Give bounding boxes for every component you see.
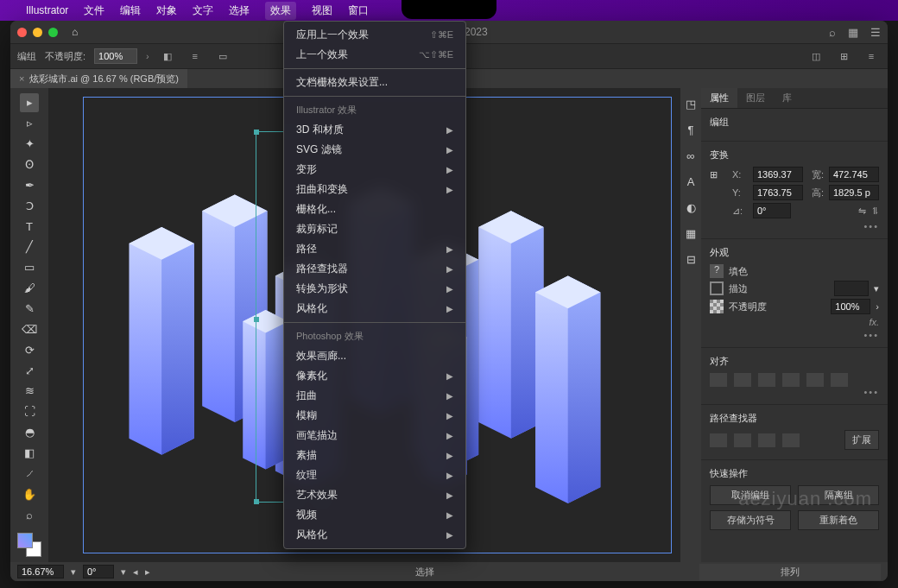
menu-last-effect[interactable]: 上一个效果⌥⇧⌘E [284,45,465,65]
paragraph-dock-icon[interactable]: ¶ [680,119,701,140]
links-dock-icon[interactable]: ∞ [680,145,701,166]
artboard-nav-next-icon[interactable]: ▸ [145,566,150,578]
lasso-tool[interactable]: ʘ [20,155,39,174]
menu-type[interactable]: 文字 [193,3,213,18]
recolor-button[interactable]: 重新着色 [798,510,879,530]
chevron-right-icon[interactable]: › [876,301,879,312]
menu-edit[interactable]: 编辑 [120,3,141,18]
menu-convert-to-shape[interactable]: 转换为形状▶ [284,279,465,299]
menu-window[interactable]: 窗口 [348,3,369,18]
menu-app[interactable]: Illustrator [26,4,68,16]
w-input[interactable] [829,167,879,182]
menu-select[interactable]: 选择 [229,3,250,18]
chevron-down-icon[interactable]: ▾ [121,566,126,578]
chevron-down-icon[interactable]: ▾ [874,283,879,294]
menu-warp[interactable]: 变形▶ [284,160,465,180]
save-as-symbol-button[interactable]: 存储为符号 [710,510,791,530]
color-dock-icon[interactable]: ◐ [680,197,701,218]
shape-builder-tool[interactable]: ◓ [20,423,39,442]
chevron-down-icon[interactable]: ▾ [71,566,76,578]
opacity-input[interactable] [94,48,137,64]
workspace-switcher-icon[interactable]: ☰ [870,26,881,39]
menu-pathfinder[interactable]: 路径查找器▶ [284,259,465,279]
tab-layers[interactable]: 图层 [737,88,774,108]
document-tab[interactable]: × 炫彩城市.ai @ 16.67 % (RGB/预览) [10,69,187,88]
magic-wand-tool[interactable]: ✦ [20,135,39,154]
hand-tool[interactable]: ✋ [20,484,39,503]
menu-svg-filters[interactable]: SVG 滤镜▶ [284,140,465,160]
fill-question-icon[interactable]: ? [710,264,724,278]
menu-view[interactable]: 视图 [312,3,332,18]
menu-sketch[interactable]: 素描▶ [284,446,465,465]
minus-front-icon[interactable] [734,433,751,447]
isolate-button[interactable]: 隔离组 [798,485,879,505]
type-tool[interactable]: T [20,217,39,236]
free-transform-tool[interactable]: ⛶ [20,402,39,421]
curvature-tool[interactable]: Ɔ [20,196,39,215]
align-hcenter-icon[interactable] [734,373,751,387]
paintbrush-tool[interactable]: 🖌 [20,279,39,298]
graphic-styles-icon[interactable]: ◫ [806,47,825,66]
rotate-tool[interactable]: ⟳ [20,340,39,359]
reference-point-icon[interactable]: ⊞ [710,169,727,180]
direct-selection-tool[interactable]: ▹ [20,114,39,133]
rectangle-tool[interactable]: ▭ [20,258,39,277]
shaper-tool[interactable]: ✎ [20,300,39,319]
arrange-documents-icon[interactable]: ▦ [848,26,858,39]
menu-video[interactable]: 视频▶ [284,505,465,525]
search-icon[interactable]: ⌕ [829,26,836,39]
h-input[interactable] [829,185,879,200]
align-bottom-icon[interactable] [831,373,848,387]
scale-tool[interactable]: ⤢ [20,361,39,380]
eraser-tool[interactable]: ⌫ [20,319,39,338]
artboard-nav-prev-icon[interactable]: ◂ [133,566,138,578]
fill-stroke-swatches[interactable] [17,533,41,557]
menu-object[interactable]: 对象 [156,3,177,18]
gradient-tool[interactable]: ◧ [20,444,39,463]
zoom-input[interactable] [17,565,64,579]
menu-doc-raster-settings[interactable]: 文档栅格效果设置... [284,73,465,92]
fill-swatch[interactable] [17,533,33,548]
opacity-swatch-icon[interactable] [710,300,724,313]
flip-horizontal-icon[interactable]: ⇋ [858,205,866,217]
expand-button[interactable]: 扩展 [844,430,879,450]
unite-icon[interactable] [710,433,727,447]
menu-artistic[interactable]: 艺术效果▶ [284,485,465,505]
zoom-window-button[interactable] [48,28,58,37]
menu-apply-last-effect[interactable]: 应用上一个效果⇧⌘E [284,25,465,45]
align-top-icon[interactable] [782,373,800,387]
line-tool[interactable]: ╱ [20,237,39,256]
menu-effect[interactable]: 效果 [265,2,296,20]
angle-input[interactable] [753,203,791,218]
chevron-right-icon[interactable]: › [146,51,149,61]
menu-distort-transform[interactable]: 扭曲和变换▶ [284,180,465,199]
arrange-button[interactable]: 排列 [699,564,881,580]
tab-properties[interactable]: 属性 [701,88,737,108]
close-tab-icon[interactable]: × [19,73,24,84]
swatches-dock-icon[interactable]: ▦ [680,223,701,243]
menu-brush-strokes[interactable]: 画笔描边▶ [284,426,465,446]
menu-crop-marks[interactable]: 裁剪标记 [284,219,465,239]
ungroup-button[interactable]: 取消编组 [710,485,791,505]
flip-vertical-icon[interactable]: ⥮ [871,205,879,217]
menu-texture[interactable]: 纹理▶ [284,465,465,485]
menu-stylize-ps[interactable]: 风格化▶ [284,525,465,545]
stroke-weight-input[interactable] [834,281,869,296]
minimize-window-button[interactable] [33,28,42,37]
panel-menu-icon[interactable]: ≡ [862,47,881,66]
selection-tool[interactable]: ▸ [20,93,39,112]
menu-path[interactable]: 路径▶ [284,239,465,259]
align-more-icon[interactable]: ••• [710,387,879,397]
recolor-icon[interactable]: ◧ [158,47,177,66]
menu-effect-gallery[interactable]: 效果画廊... [284,346,465,366]
y-input[interactable] [753,185,803,200]
brushes-dock-icon[interactable]: ⊟ [680,249,701,269]
fx-label[interactable]: fx. [869,317,879,327]
close-window-button[interactable] [17,28,27,37]
menu-rasterize[interactable]: 栅格化... [284,199,465,219]
align-right-icon[interactable] [758,373,775,387]
opacity-value-input[interactable] [831,299,870,314]
menu-blur[interactable]: 模糊▶ [284,406,465,426]
stroke-swatch-icon[interactable] [710,281,724,295]
align-vcenter-icon[interactable] [806,373,824,387]
